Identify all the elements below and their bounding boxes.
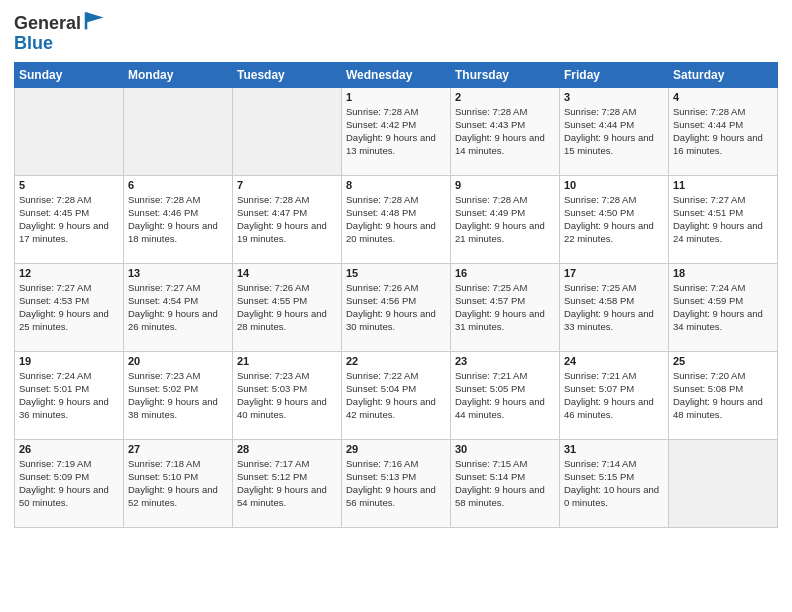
day-of-week-header: Thursday: [451, 62, 560, 87]
day-info: Sunrise: 7:28 AM Sunset: 4:42 PM Dayligh…: [346, 105, 446, 158]
calendar-day-cell: 22Sunrise: 7:22 AM Sunset: 5:04 PM Dayli…: [342, 351, 451, 439]
day-info: Sunrise: 7:26 AM Sunset: 4:56 PM Dayligh…: [346, 281, 446, 334]
day-number: 6: [128, 179, 228, 191]
calendar-day-cell: 24Sunrise: 7:21 AM Sunset: 5:07 PM Dayli…: [560, 351, 669, 439]
day-number: 28: [237, 443, 337, 455]
calendar-table: SundayMondayTuesdayWednesdayThursdayFrid…: [14, 62, 778, 528]
calendar-day-cell: 28Sunrise: 7:17 AM Sunset: 5:12 PM Dayli…: [233, 439, 342, 527]
calendar-day-cell: 4Sunrise: 7:28 AM Sunset: 4:44 PM Daylig…: [669, 87, 778, 175]
day-info: Sunrise: 7:20 AM Sunset: 5:08 PM Dayligh…: [673, 369, 773, 422]
day-info: Sunrise: 7:28 AM Sunset: 4:44 PM Dayligh…: [564, 105, 664, 158]
day-of-week-header: Wednesday: [342, 62, 451, 87]
calendar-day-cell: 1Sunrise: 7:28 AM Sunset: 4:42 PM Daylig…: [342, 87, 451, 175]
day-number: 27: [128, 443, 228, 455]
calendar-day-cell: 27Sunrise: 7:18 AM Sunset: 5:10 PM Dayli…: [124, 439, 233, 527]
day-info: Sunrise: 7:18 AM Sunset: 5:10 PM Dayligh…: [128, 457, 228, 510]
day-info: Sunrise: 7:26 AM Sunset: 4:55 PM Dayligh…: [237, 281, 337, 334]
day-info: Sunrise: 7:27 AM Sunset: 4:53 PM Dayligh…: [19, 281, 119, 334]
calendar-day-cell: 30Sunrise: 7:15 AM Sunset: 5:14 PM Dayli…: [451, 439, 560, 527]
calendar-day-cell: 12Sunrise: 7:27 AM Sunset: 4:53 PM Dayli…: [15, 263, 124, 351]
day-info: Sunrise: 7:27 AM Sunset: 4:51 PM Dayligh…: [673, 193, 773, 246]
calendar-day-cell: 9Sunrise: 7:28 AM Sunset: 4:49 PM Daylig…: [451, 175, 560, 263]
calendar-day-cell: 20Sunrise: 7:23 AM Sunset: 5:02 PM Dayli…: [124, 351, 233, 439]
day-number: 9: [455, 179, 555, 191]
day-info: Sunrise: 7:28 AM Sunset: 4:44 PM Dayligh…: [673, 105, 773, 158]
day-info: Sunrise: 7:23 AM Sunset: 5:03 PM Dayligh…: [237, 369, 337, 422]
day-info: Sunrise: 7:14 AM Sunset: 5:15 PM Dayligh…: [564, 457, 664, 510]
day-number: 18: [673, 267, 773, 279]
day-of-week-header: Friday: [560, 62, 669, 87]
day-info: Sunrise: 7:28 AM Sunset: 4:48 PM Dayligh…: [346, 193, 446, 246]
day-number: 17: [564, 267, 664, 279]
day-number: 19: [19, 355, 119, 367]
day-info: Sunrise: 7:22 AM Sunset: 5:04 PM Dayligh…: [346, 369, 446, 422]
day-number: 16: [455, 267, 555, 279]
day-number: 12: [19, 267, 119, 279]
day-info: Sunrise: 7:24 AM Sunset: 5:01 PM Dayligh…: [19, 369, 119, 422]
calendar-week-row: 5Sunrise: 7:28 AM Sunset: 4:45 PM Daylig…: [15, 175, 778, 263]
logo-blue-text: Blue: [14, 33, 53, 53]
day-number: 24: [564, 355, 664, 367]
day-number: 4: [673, 91, 773, 103]
day-info: Sunrise: 7:28 AM Sunset: 4:45 PM Dayligh…: [19, 193, 119, 246]
calendar-week-row: 19Sunrise: 7:24 AM Sunset: 5:01 PM Dayli…: [15, 351, 778, 439]
day-of-week-header: Sunday: [15, 62, 124, 87]
day-of-week-header: Monday: [124, 62, 233, 87]
day-info: Sunrise: 7:28 AM Sunset: 4:43 PM Dayligh…: [455, 105, 555, 158]
day-number: 15: [346, 267, 446, 279]
calendar-day-cell: 21Sunrise: 7:23 AM Sunset: 5:03 PM Dayli…: [233, 351, 342, 439]
calendar-day-cell: 26Sunrise: 7:19 AM Sunset: 5:09 PM Dayli…: [15, 439, 124, 527]
calendar-day-cell: [15, 87, 124, 175]
day-info: Sunrise: 7:24 AM Sunset: 4:59 PM Dayligh…: [673, 281, 773, 334]
day-number: 29: [346, 443, 446, 455]
calendar-day-cell: 19Sunrise: 7:24 AM Sunset: 5:01 PM Dayli…: [15, 351, 124, 439]
day-number: 22: [346, 355, 446, 367]
calendar-header-row: SundayMondayTuesdayWednesdayThursdayFrid…: [15, 62, 778, 87]
page: General Blue SundayMondayTuesdayWednesda…: [0, 0, 792, 612]
logo: General Blue: [14, 14, 107, 54]
day-number: 11: [673, 179, 773, 191]
calendar-day-cell: 31Sunrise: 7:14 AM Sunset: 5:15 PM Dayli…: [560, 439, 669, 527]
day-info: Sunrise: 7:16 AM Sunset: 5:13 PM Dayligh…: [346, 457, 446, 510]
calendar-day-cell: 5Sunrise: 7:28 AM Sunset: 4:45 PM Daylig…: [15, 175, 124, 263]
day-info: Sunrise: 7:25 AM Sunset: 4:57 PM Dayligh…: [455, 281, 555, 334]
day-number: 3: [564, 91, 664, 103]
calendar-week-row: 1Sunrise: 7:28 AM Sunset: 4:42 PM Daylig…: [15, 87, 778, 175]
calendar-day-cell: 3Sunrise: 7:28 AM Sunset: 4:44 PM Daylig…: [560, 87, 669, 175]
calendar-day-cell: 2Sunrise: 7:28 AM Sunset: 4:43 PM Daylig…: [451, 87, 560, 175]
calendar-day-cell: 11Sunrise: 7:27 AM Sunset: 4:51 PM Dayli…: [669, 175, 778, 263]
day-number: 14: [237, 267, 337, 279]
calendar-day-cell: [233, 87, 342, 175]
day-number: 7: [237, 179, 337, 191]
day-info: Sunrise: 7:28 AM Sunset: 4:46 PM Dayligh…: [128, 193, 228, 246]
calendar-day-cell: 18Sunrise: 7:24 AM Sunset: 4:59 PM Dayli…: [669, 263, 778, 351]
calendar-day-cell: 23Sunrise: 7:21 AM Sunset: 5:05 PM Dayli…: [451, 351, 560, 439]
logo-general-text: General: [14, 14, 81, 34]
day-info: Sunrise: 7:28 AM Sunset: 4:50 PM Dayligh…: [564, 193, 664, 246]
day-of-week-header: Tuesday: [233, 62, 342, 87]
calendar-day-cell: [669, 439, 778, 527]
calendar-day-cell: 17Sunrise: 7:25 AM Sunset: 4:58 PM Dayli…: [560, 263, 669, 351]
day-number: 2: [455, 91, 555, 103]
day-number: 5: [19, 179, 119, 191]
logo-flag-icon: [83, 10, 107, 30]
calendar-day-cell: 16Sunrise: 7:25 AM Sunset: 4:57 PM Dayli…: [451, 263, 560, 351]
day-info: Sunrise: 7:19 AM Sunset: 5:09 PM Dayligh…: [19, 457, 119, 510]
day-number: 13: [128, 267, 228, 279]
day-number: 26: [19, 443, 119, 455]
day-info: Sunrise: 7:21 AM Sunset: 5:05 PM Dayligh…: [455, 369, 555, 422]
calendar-week-row: 12Sunrise: 7:27 AM Sunset: 4:53 PM Dayli…: [15, 263, 778, 351]
header: General Blue: [14, 10, 778, 54]
calendar-day-cell: [124, 87, 233, 175]
calendar-day-cell: 15Sunrise: 7:26 AM Sunset: 4:56 PM Dayli…: [342, 263, 451, 351]
calendar-day-cell: 10Sunrise: 7:28 AM Sunset: 4:50 PM Dayli…: [560, 175, 669, 263]
day-info: Sunrise: 7:17 AM Sunset: 5:12 PM Dayligh…: [237, 457, 337, 510]
day-info: Sunrise: 7:28 AM Sunset: 4:49 PM Dayligh…: [455, 193, 555, 246]
calendar-day-cell: 25Sunrise: 7:20 AM Sunset: 5:08 PM Dayli…: [669, 351, 778, 439]
calendar-day-cell: 29Sunrise: 7:16 AM Sunset: 5:13 PM Dayli…: [342, 439, 451, 527]
calendar-day-cell: 8Sunrise: 7:28 AM Sunset: 4:48 PM Daylig…: [342, 175, 451, 263]
day-info: Sunrise: 7:28 AM Sunset: 4:47 PM Dayligh…: [237, 193, 337, 246]
day-info: Sunrise: 7:25 AM Sunset: 4:58 PM Dayligh…: [564, 281, 664, 334]
day-number: 8: [346, 179, 446, 191]
day-info: Sunrise: 7:21 AM Sunset: 5:07 PM Dayligh…: [564, 369, 664, 422]
